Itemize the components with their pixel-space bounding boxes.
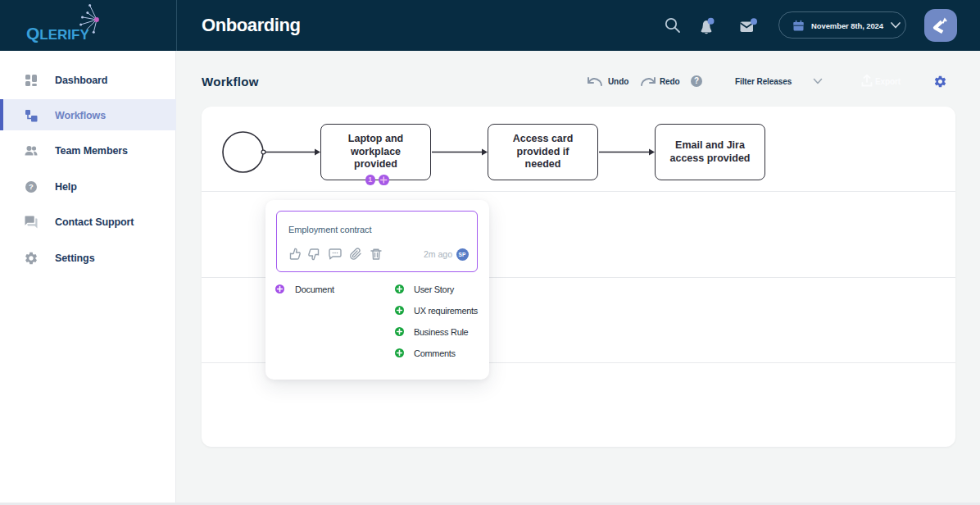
svg-text:QLERIFY: QLERIFY [26,24,89,43]
svg-text:?: ? [29,182,34,191]
